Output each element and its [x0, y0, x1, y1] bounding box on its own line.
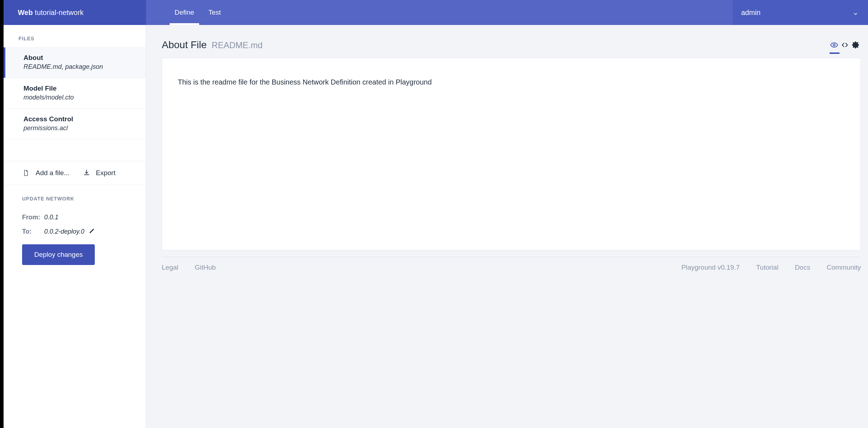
tab-test-label: Test [208, 9, 221, 16]
main-title-block: About File README.md [162, 39, 263, 51]
page-title: About File [162, 39, 207, 51]
readme-text: This is the readme file for the Business… [178, 78, 845, 86]
sidebar-actions: Add a file... Export [4, 161, 146, 185]
footer-separator [162, 257, 861, 257]
header: Web tutorial-network Define Test admin [4, 0, 868, 25]
version-from-value: 0.0.1 [44, 214, 58, 221]
footer-right-links: Playground v0.19.7 Tutorial Docs Communi… [681, 264, 861, 271]
user-menu[interactable]: admin [733, 0, 868, 25]
footer-link-community[interactable]: Community [827, 264, 861, 271]
editor-toolbar [830, 41, 861, 49]
version-to-label: To: [22, 228, 44, 235]
main-panel: About File README.md Thi [146, 0, 868, 428]
export-button[interactable]: Export [83, 169, 115, 177]
footer-link-docs[interactable]: Docs [795, 264, 810, 271]
code-icon[interactable] [841, 41, 849, 49]
files-section-label: FILES [4, 25, 146, 47]
main-header-row: About File README.md [146, 25, 868, 58]
user-name: admin [741, 9, 760, 17]
version-to-value: 0.0.2-deploy.0 [44, 228, 84, 235]
brand-prefix: Web [18, 9, 33, 17]
footer: Legal GitHub Playground v0.19.7 Tutorial… [162, 264, 861, 271]
tab-define[interactable]: Define [167, 0, 201, 25]
version-from-label: From: [22, 214, 44, 221]
chevron-down-icon [853, 10, 858, 15]
file-icon [23, 169, 30, 177]
brand-network-name: tutorial-network [35, 9, 84, 17]
gear-icon[interactable] [852, 41, 859, 49]
readme-preview: This is the readme file for the Business… [162, 58, 861, 250]
edit-version-button[interactable] [89, 228, 95, 236]
svg-point-0 [833, 44, 835, 46]
brand-block: Web tutorial-network [4, 0, 146, 25]
file-list: About README.md, package.json Model File… [4, 47, 146, 139]
file-item-title: About [24, 54, 131, 62]
current-filename: README.md [212, 40, 263, 50]
tab-test[interactable]: Test [201, 0, 228, 25]
export-label: Export [96, 169, 115, 177]
footer-link-tutorial[interactable]: Tutorial [756, 264, 779, 271]
footer-link-legal[interactable]: Legal [162, 264, 179, 271]
update-network-block: UPDATE NETWORK From: 0.0.1 To: 0.0.2-dep… [4, 185, 146, 265]
deploy-changes-button[interactable]: Deploy changes [22, 244, 95, 265]
file-item-acl[interactable]: Access Control permissions.acl [4, 108, 146, 139]
active-tool-indicator [830, 52, 839, 54]
sidebar: FILES About README.md, package.json Mode… [4, 0, 146, 428]
download-icon [83, 169, 90, 177]
file-item-title: Access Control [24, 115, 131, 123]
file-item-subtitle: README.md, package.json [24, 63, 131, 71]
version-to-row: To: 0.0.2-deploy.0 [22, 228, 131, 236]
preview-icon[interactable] [830, 41, 838, 49]
update-network-label: UPDATE NETWORK [22, 185, 131, 207]
footer-left-links: Legal GitHub [162, 264, 216, 271]
tab-define-label: Define [175, 9, 194, 16]
footer-link-github[interactable]: GitHub [195, 264, 216, 271]
file-item-subtitle: models/model.cto [24, 94, 131, 101]
file-item-model[interactable]: Model File models/model.cto [4, 78, 146, 108]
file-item-subtitle: permissions.acl [24, 124, 131, 132]
file-item-about[interactable]: About README.md, package.json [4, 47, 146, 78]
deploy-changes-label: Deploy changes [34, 251, 83, 258]
add-file-label: Add a file... [36, 169, 69, 177]
footer-version: Playground v0.19.7 [681, 264, 740, 271]
file-item-title: Model File [24, 85, 131, 92]
nav-tabs: Define Test [146, 0, 733, 25]
version-from-row: From: 0.0.1 [22, 214, 131, 221]
add-file-button[interactable]: Add a file... [23, 169, 69, 177]
